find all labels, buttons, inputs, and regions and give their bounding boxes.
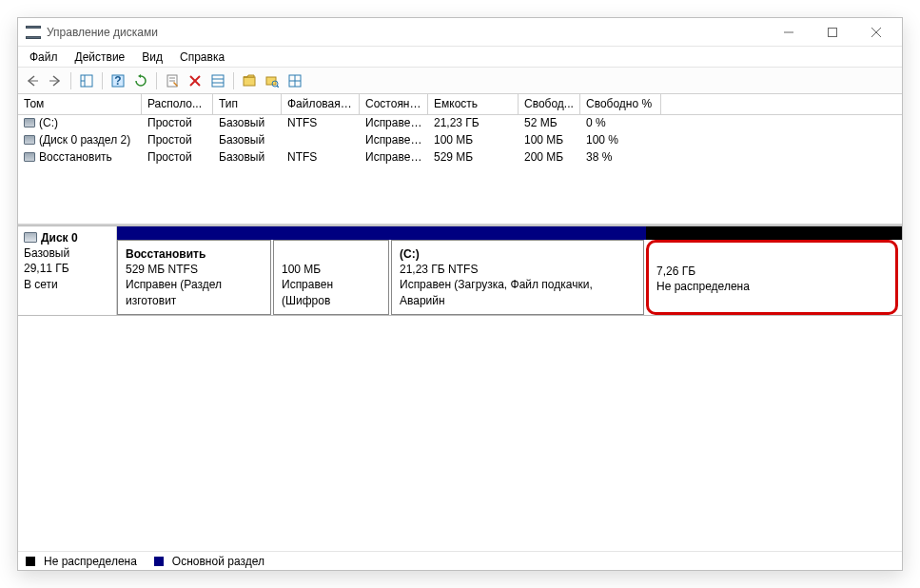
volume-list: Том Располо... Тип Файловая с... Состоян… xyxy=(18,94,902,225)
properties-button[interactable] xyxy=(162,70,183,91)
partition-title: (C:) xyxy=(400,247,420,261)
window-title: Управление дисками xyxy=(47,26,158,39)
list-item[interactable]: Восстановить Простой Базовый NTFS Исправ… xyxy=(18,149,902,167)
legend-swatch-primary xyxy=(154,557,164,566)
maximize-button[interactable] xyxy=(811,18,854,46)
menu-view[interactable]: Вид xyxy=(134,49,170,66)
col-filesystem[interactable]: Файловая с... xyxy=(282,94,360,114)
disk-name: Диск 0 xyxy=(41,231,78,245)
volume-name: (C:) xyxy=(39,116,58,129)
disk-icon xyxy=(24,232,37,243)
volume-type: Базовый xyxy=(213,149,282,167)
partition-status: Исправен (Шифров xyxy=(282,278,333,306)
new-button[interactable] xyxy=(239,70,260,91)
volume-free: 100 МБ xyxy=(519,132,580,149)
partition-box-unallocated[interactable]: 7,26 ГБ Не распределена xyxy=(646,240,898,315)
col-volume[interactable]: Том xyxy=(18,94,142,114)
volume-freepct: 38 % xyxy=(580,149,661,167)
volume-capacity: 21,23 ГБ xyxy=(428,115,519,132)
legend: Не распределена Основной раздел xyxy=(18,551,902,570)
col-capacity[interactable]: Емкость xyxy=(428,94,519,114)
partition-status: Исправен (Загрузка, Файл подкачки, Авари… xyxy=(400,278,593,306)
delete-button[interactable] xyxy=(185,70,206,91)
col-type[interactable]: Тип xyxy=(213,94,282,114)
svg-rect-20 xyxy=(244,77,255,86)
disk-header[interactable]: Диск 0 Базовый 29,11 ГБ В сети xyxy=(18,226,117,315)
volume-list-body: (C:) Простой Базовый NTFS Исправен... 21… xyxy=(18,115,902,224)
disk-type: Базовый xyxy=(24,245,110,261)
title-bar[interactable]: Управление дисками xyxy=(18,18,902,47)
volume-free: 52 МБ xyxy=(519,115,580,132)
svg-marker-21 xyxy=(244,75,254,77)
partition-status: Не распределена xyxy=(656,280,750,293)
toolbar: ? xyxy=(18,68,902,94)
help-button[interactable]: ? xyxy=(108,70,128,91)
svg-rect-17 xyxy=(212,75,224,87)
legend-swatch-unallocated xyxy=(26,557,35,566)
menu-file[interactable]: Файл xyxy=(22,49,66,66)
partition-box[interactable]: 100 МБ Исправен (Шифров xyxy=(273,240,389,315)
refresh-button[interactable] xyxy=(130,70,151,91)
app-icon xyxy=(26,26,41,39)
find-button[interactable] xyxy=(262,70,283,91)
volume-layout: Простой xyxy=(142,132,213,149)
partition-size: 100 МБ xyxy=(282,263,321,276)
volume-status: Исправен... xyxy=(360,149,428,167)
disk-graphical-view: Диск 0 Базовый 29,11 ГБ В сети Восстанов… xyxy=(18,225,902,316)
partition-title: Восстановить xyxy=(126,247,206,261)
partition-size: 529 МБ NTFS xyxy=(126,263,198,276)
svg-line-24 xyxy=(277,86,279,88)
volume-fs xyxy=(282,132,360,149)
volume-capacity: 100 МБ xyxy=(428,132,519,149)
volume-status: Исправен... xyxy=(360,132,428,149)
volume-icon xyxy=(24,135,35,145)
list-item[interactable]: (C:) Простой Базовый NTFS Исправен... 21… xyxy=(18,115,902,132)
forward-button[interactable] xyxy=(45,70,66,91)
partition-size: 21,23 ГБ NTFS xyxy=(400,263,478,276)
svg-rect-1 xyxy=(829,28,837,36)
volume-status: Исправен... xyxy=(360,115,428,132)
menu-help[interactable]: Справка xyxy=(172,49,232,66)
list-item[interactable]: (Диск 0 раздел 2) Простой Базовый Исправ… xyxy=(18,132,902,149)
legend-primary: Основной раздел xyxy=(172,555,264,568)
svg-text:?: ? xyxy=(114,74,121,88)
partition-size: 7,26 ГБ xyxy=(656,265,695,278)
col-status[interactable]: Состояние xyxy=(360,94,428,114)
volume-freepct: 0 % xyxy=(580,115,661,132)
disk-status: В сети xyxy=(24,277,110,292)
volume-fs: NTFS xyxy=(282,149,360,167)
volume-name: Восстановить xyxy=(39,150,112,164)
settings-button[interactable] xyxy=(207,70,228,91)
volume-capacity: 529 МБ xyxy=(428,149,519,167)
volume-layout: Простой xyxy=(142,149,213,167)
legend-unallocated: Не распределена xyxy=(44,555,137,568)
show-hide-tree-button[interactable] xyxy=(76,70,97,91)
volume-freepct: 100 % xyxy=(580,132,661,149)
menu-action[interactable]: Действие xyxy=(68,49,133,66)
volume-type: Базовый xyxy=(213,132,282,149)
window-frame: Управление дисками Файл Действие Вид Спр… xyxy=(17,17,903,571)
minimize-button[interactable] xyxy=(767,18,811,46)
volume-fs: NTFS xyxy=(282,115,360,132)
partition-box[interactable]: Восстановить 529 МБ NTFS Исправен (Разде… xyxy=(117,240,271,315)
empty-area xyxy=(18,316,902,551)
volume-layout: Простой xyxy=(142,115,213,132)
volume-name: (Диск 0 раздел 2) xyxy=(39,133,130,147)
list-button[interactable] xyxy=(284,70,305,91)
volume-free: 200 МБ xyxy=(519,149,580,167)
back-button[interactable] xyxy=(22,70,43,91)
volume-icon xyxy=(24,152,35,162)
close-button[interactable] xyxy=(854,18,898,46)
col-freepct[interactable]: Свободно % xyxy=(580,94,661,114)
menu-bar: Файл Действие Вид Справка xyxy=(18,47,902,68)
disk-size: 29,11 ГБ xyxy=(24,261,110,276)
volume-icon xyxy=(24,118,35,127)
col-layout[interactable]: Располо... xyxy=(142,94,213,114)
partition-status: Исправен (Раздел изготовит xyxy=(126,278,222,306)
volume-type: Базовый xyxy=(213,115,282,132)
column-headers: Том Располо... Тип Файловая с... Состоян… xyxy=(18,94,902,115)
partition-color-strip xyxy=(117,226,902,240)
partition-box[interactable]: (C:) 21,23 ГБ NTFS Исправен (Загрузка, Ф… xyxy=(391,240,644,315)
col-free[interactable]: Свобод... xyxy=(519,94,580,114)
